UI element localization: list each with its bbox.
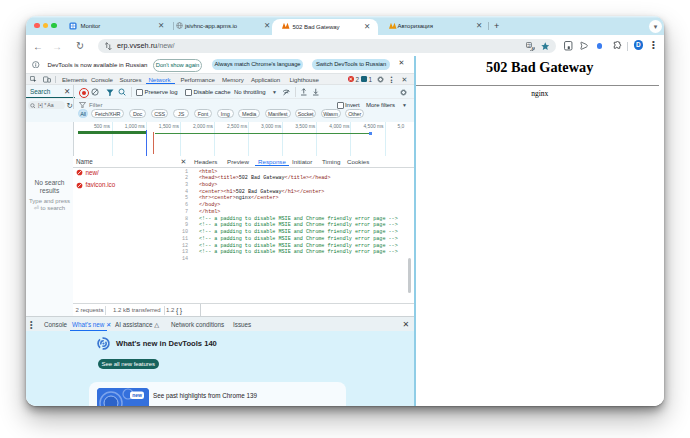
svg-text:字: 字 — [527, 42, 531, 47]
svg-text:new: new — [132, 392, 142, 398]
